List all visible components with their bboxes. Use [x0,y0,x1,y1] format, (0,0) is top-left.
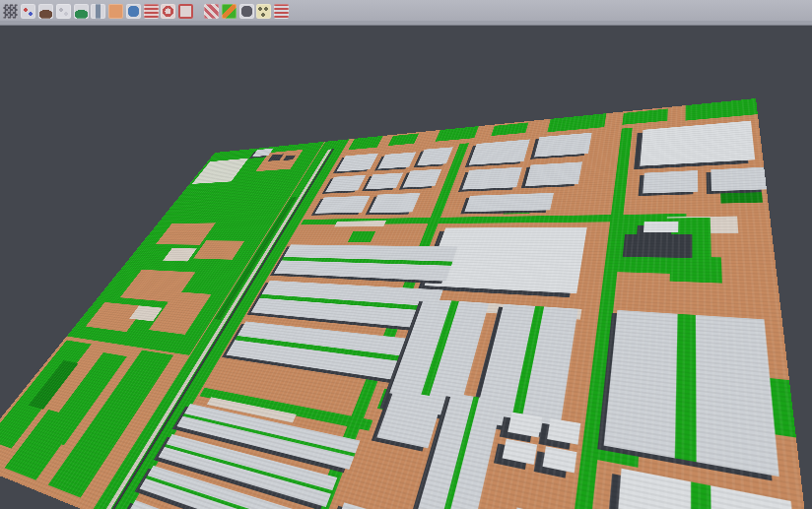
warehouse [274,244,458,281]
tree-row [622,108,667,124]
tree-row [436,126,479,142]
layers-icon[interactable] [144,4,159,19]
building [377,152,416,168]
markers-icon[interactable] [256,4,271,19]
ground-patch [334,221,386,226]
toolbar-separator [195,4,203,19]
tree-row [547,113,606,132]
warehouse [602,469,812,509]
classification-icon[interactable] [222,4,237,19]
tree-row [686,98,758,121]
sphere-icon[interactable] [239,4,254,19]
building [369,193,420,213]
application-window [0,0,812,509]
tie-points-icon[interactable] [21,4,35,19]
tiled-model-icon[interactable] [56,4,71,19]
building [464,193,554,212]
terrain-model-icon[interactable] [38,4,53,19]
toolbar [0,0,812,21]
building [469,139,530,164]
building [314,196,370,214]
tree-row [491,122,528,136]
tree-row [348,136,383,150]
tree [348,231,375,242]
texture-icon[interactable] [91,4,105,19]
rectangle-selection-icon[interactable] [178,4,193,19]
building [643,222,678,232]
building [643,170,698,193]
building [525,161,582,186]
building [710,167,767,192]
dem-icon[interactable] [74,4,89,19]
building [325,175,366,192]
tree-row [388,133,419,146]
building [462,167,522,190]
building [547,418,580,445]
dark-structure [623,234,693,258]
globe-icon[interactable] [126,4,141,19]
building [366,172,404,189]
building [543,446,577,473]
model-viewport-3d[interactable] [0,26,812,509]
building [508,413,542,438]
building [503,439,538,465]
terrain-model[interactable] [0,98,812,509]
measure-icon[interactable] [274,4,289,19]
clip-region-icon[interactable] [204,4,219,19]
building [417,147,453,165]
building [336,154,378,172]
circle-selection-icon[interactable] [161,4,175,19]
building [640,121,755,166]
orthomosaic-icon[interactable] [108,4,123,19]
building [534,133,592,158]
point-cloud-icon[interactable] [3,4,18,19]
building [403,169,442,188]
